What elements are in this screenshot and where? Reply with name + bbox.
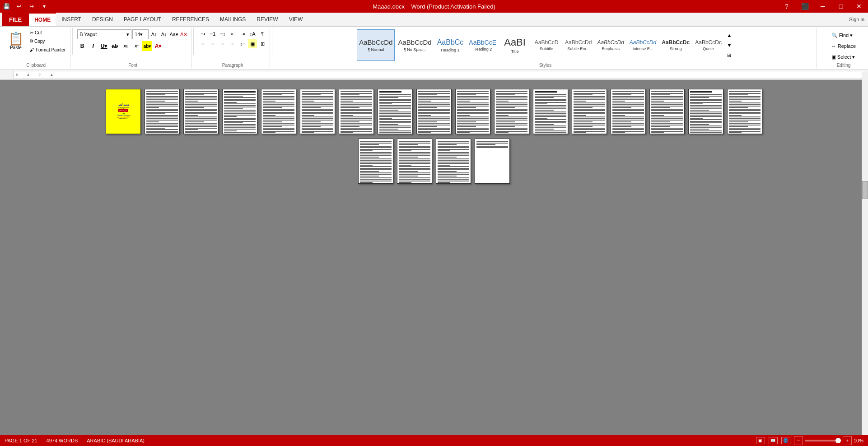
page-thumb-2[interactable]: [145, 89, 180, 134]
page-thumb-1[interactable]: تحقیق آنلاین Fardighighlorline مرجع دانش…: [106, 89, 141, 134]
page-thumb-20[interactable]: [436, 139, 471, 184]
page-thumb-11[interactable]: [494, 89, 529, 134]
undo-button[interactable]: ↩: [13, 0, 25, 13]
page-thumb-7[interactable]: [339, 89, 374, 134]
justify-button[interactable]: ≡: [228, 39, 237, 48]
zoom-in-button[interactable]: +: [843, 436, 852, 445]
italic-button[interactable]: I: [88, 41, 98, 51]
styles-more[interactable]: ⊞: [725, 51, 734, 60]
align-left-button[interactable]: ≡: [198, 39, 207, 48]
bullets-button[interactable]: ≡•: [198, 29, 207, 38]
scroll-thumb[interactable]: [862, 181, 868, 199]
paste-button[interactable]: 📋 Paste: [5, 28, 27, 54]
page-thumb-13[interactable]: [572, 89, 607, 134]
save-button[interactable]: 💾: [0, 0, 13, 13]
underline-button[interactable]: U▾: [99, 41, 109, 51]
file-tab[interactable]: FILE: [2, 13, 29, 26]
select-button[interactable]: ▣ Select ▾: [830, 52, 858, 62]
tab-review[interactable]: REVIEW: [251, 13, 283, 26]
web-layout-button[interactable]: 🌐: [781, 437, 790, 444]
zoom-out-button[interactable]: −: [794, 436, 803, 445]
increase-font-size-button[interactable]: A↑: [149, 30, 159, 39]
document-area[interactable]: تحقیق آنلاین Fardighighlorline مرجع دانش…: [0, 80, 868, 446]
increase-indent-button[interactable]: ⇥: [238, 29, 247, 38]
tab-mailings[interactable]: MAILINGS: [215, 13, 251, 26]
tab-references[interactable]: REFERENCES: [167, 13, 215, 26]
format-painter-button[interactable]: 🖌 Format Painter: [28, 46, 67, 54]
find-button[interactable]: 🔍 Find ▾: [830, 30, 858, 40]
text-highlight-button[interactable]: ab▾: [142, 41, 152, 51]
cut-button[interactable]: ✂ Cut: [28, 28, 67, 37]
show-formatting-button[interactable]: ¶: [258, 29, 267, 38]
maximize-button[interactable]: □: [832, 0, 850, 13]
align-right-button[interactable]: ≡: [218, 39, 227, 48]
horizontal-ruler[interactable]: 6 4 2 ▲: [14, 71, 867, 79]
styles-scroll-down[interactable]: ▼: [725, 41, 734, 50]
sign-in-link[interactable]: Sign in: [849, 17, 868, 22]
minimize-button[interactable]: ─: [814, 0, 832, 13]
page-thumb-3[interactable]: [183, 89, 219, 134]
style-strong[interactable]: AaBbCcDc Strong: [659, 29, 692, 61]
page-thumb-18[interactable]: [358, 139, 393, 184]
multilevel-list-button[interactable]: ≡↕: [218, 29, 227, 38]
zoom-slider-thumb[interactable]: [835, 438, 841, 443]
page-thumb-19[interactable]: [397, 139, 432, 184]
page-thumb-12[interactable]: [533, 89, 568, 134]
decrease-indent-button[interactable]: ⇤: [228, 29, 237, 38]
page-thumb-6[interactable]: [300, 89, 335, 134]
decrease-font-size-button[interactable]: A↓: [159, 30, 168, 39]
align-center-button[interactable]: ≡: [208, 39, 217, 48]
bold-button[interactable]: B: [77, 41, 87, 51]
page-thumb-9[interactable]: [416, 89, 452, 134]
page-thumb-16[interactable]: [688, 89, 723, 134]
page-thumb-17[interactable]: [727, 89, 762, 134]
style-subtitle[interactable]: AaBbCcD Subtitle: [531, 29, 562, 61]
page-thumb-4[interactable]: [222, 89, 257, 134]
style-normal[interactable]: AaBbCcDd ¶ Normal: [357, 29, 395, 61]
line-spacing-button[interactable]: ↕≡: [238, 39, 247, 48]
strikethrough-button[interactable]: ab: [110, 41, 120, 51]
font-name-input[interactable]: B Yagut ▾: [77, 29, 131, 39]
style-title[interactable]: AaBI Title: [499, 29, 530, 61]
help-button[interactable]: ?: [778, 0, 796, 13]
page-thumb-15[interactable]: [649, 89, 685, 134]
shading-button[interactable]: ▣: [248, 39, 257, 48]
tab-home[interactable]: HOME: [29, 13, 56, 26]
style-subtle-emphasis[interactable]: AaBbCcDd Subtle Em...: [563, 29, 594, 61]
font-color-button[interactable]: A▾: [153, 41, 163, 51]
zoom-slider[interactable]: [805, 440, 841, 441]
redo-button[interactable]: ↪: [25, 0, 38, 13]
superscript-button[interactable]: X²: [131, 41, 141, 51]
vertical-scrollbar[interactable]: [862, 72, 868, 435]
print-layout-view-button[interactable]: ▣: [756, 437, 765, 444]
page-thumb-21[interactable]: [475, 139, 510, 184]
clear-formatting-button[interactable]: A✕: [179, 30, 188, 39]
style-no-spacing[interactable]: AaBbCcDd ¶ No Spac...: [396, 29, 434, 61]
borders-button[interactable]: ⊞: [258, 39, 267, 48]
style-heading2[interactable]: AaBbCcE Heading 2: [467, 29, 499, 61]
sort-button[interactable]: ↕A: [248, 29, 257, 38]
replace-button[interactable]: ↔ Replace: [830, 41, 858, 51]
qat-dropdown[interactable]: ▾: [38, 0, 51, 13]
page-thumb-14[interactable]: [611, 89, 646, 134]
style-intense-emphasis[interactable]: AaBbCcDd Intense E...: [627, 29, 658, 61]
tab-page-layout[interactable]: PAGE LAYOUT: [118, 13, 167, 26]
read-mode-button[interactable]: 📖: [769, 437, 778, 444]
ribbon-display-button[interactable]: ⬛: [796, 0, 814, 13]
page-thumb-8[interactable]: [378, 89, 413, 134]
style-quote[interactable]: AaBbCcDc Quote: [693, 29, 724, 61]
page-thumb-5[interactable]: [261, 89, 296, 134]
style-heading1[interactable]: AaBbCc Heading 1: [435, 29, 466, 61]
numbering-button[interactable]: ≡1: [208, 29, 217, 38]
tab-view[interactable]: VIEW: [284, 13, 308, 26]
subscript-button[interactable]: X₂: [121, 41, 131, 51]
copy-button[interactable]: ⧉ Copy: [28, 37, 67, 45]
font-size-input[interactable]: 14 ▾: [132, 29, 149, 39]
tab-insert[interactable]: INSERT: [56, 13, 87, 26]
styles-scroll-up[interactable]: ▲: [725, 31, 734, 40]
change-case-button[interactable]: Aa▾: [169, 30, 178, 39]
page-thumb-10[interactable]: [455, 89, 490, 134]
tab-design[interactable]: DESIGN: [87, 13, 118, 26]
style-emphasis[interactable]: AaBbCcDd Emphasis: [595, 29, 626, 61]
close-button[interactable]: ✕: [850, 0, 868, 13]
